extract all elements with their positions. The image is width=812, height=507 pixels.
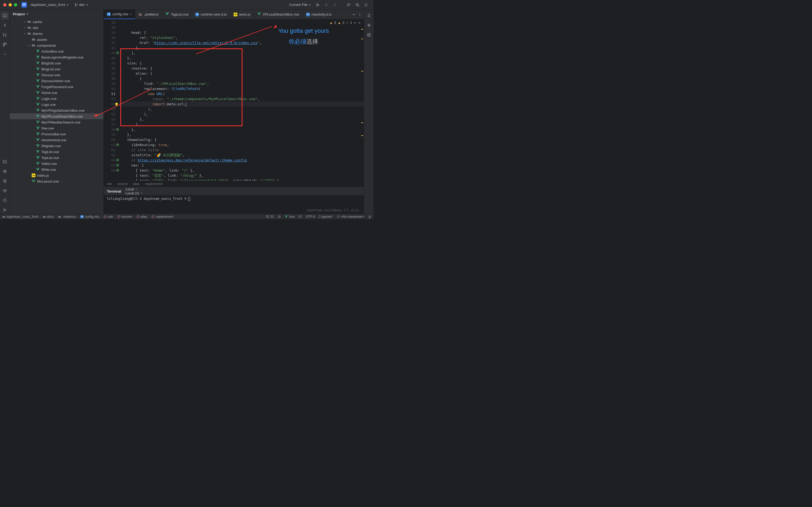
ai-assistant-button[interactable]	[365, 21, 373, 29]
chevron-down-icon[interactable]	[358, 21, 361, 24]
vcs-tool-button[interactable]	[1, 206, 9, 214]
tree-item-index-js[interactable]: JSindex.js	[10, 172, 103, 178]
editor-tab-axios.js[interactable]: JSaxios.js	[230, 10, 254, 19]
tree-item-MyVPAlgoliaSearchBox-vue[interactable]: MyVPAlgoliaSearchBox.vue	[10, 107, 103, 113]
tree-item-theme[interactable]: theme	[10, 31, 103, 37]
tree-item-cache[interactable]: cache	[10, 19, 103, 25]
status-line-col[interactable]: 51:31	[266, 215, 274, 219]
services-tool-button[interactable]	[1, 177, 9, 185]
tree-item-MvLavout-vue[interactable]: MvLavout.vue	[10, 178, 103, 184]
tree-item-ProcessBar-vue[interactable]: ProcessBar.vue	[10, 131, 103, 137]
editor-tab-VPLocalSearchBox.vue[interactable]: VPLocalSearchBox.vue	[254, 10, 303, 19]
tree-toggle[interactable]	[22, 26, 27, 29]
status-breadcrumb-item[interactable]: P resolve	[117, 215, 132, 219]
editor-tab-TagList.vue[interactable]: TagList.vue	[162, 10, 192, 19]
close-icon[interactable]: ×	[130, 12, 132, 16]
tree-item-Write-vue[interactable]: Write.vue	[10, 167, 103, 172]
terminal-tab[interactable]: Local (2) ×	[125, 191, 142, 195]
breadcrumb-item[interactable]: alias	[133, 182, 139, 186]
breadcrumb-item[interactable]: vite	[107, 182, 112, 186]
status-breadcrumb-item[interactable]: P vite	[104, 215, 113, 219]
status-breadcrumb-item[interactable]: docs	[43, 215, 54, 219]
breadcrumb-item[interactable]: resolve	[117, 182, 128, 186]
problems-tool-button[interactable]	[1, 196, 9, 204]
tree-item-recommend-vue[interactable]: recommend.vue	[10, 137, 103, 143]
terminal-tab[interactable]: Local ×	[125, 187, 142, 191]
close-icon[interactable]: ×	[135, 187, 137, 191]
tree-item-Logo-vue[interactable]: Logo.vue	[10, 102, 103, 107]
tree-item-MyVPMavBarSearch-vue[interactable]: MyVPMavBarSearch.vue	[10, 119, 103, 125]
status-line-ending[interactable]: LF	[298, 215, 302, 219]
editor-tab-runtime-core.d.ts[interactable]: TSruntime-core.d.ts	[192, 10, 230, 19]
status-sync-icon[interactable]	[278, 215, 281, 218]
tree-item-ActionBox-vue[interactable]: ActionBox.vue	[10, 48, 103, 54]
terminal-body[interactable]: lvliangliang@lll-2 daydream_oasis_front …	[104, 195, 364, 214]
tree-item-ForgetPassword-vue[interactable]: ForgetPassword.vue	[10, 84, 103, 90]
tree-item-MyVPLocalSearchBox-vue[interactable]: MyVPLocalSearchBox.vue	[10, 113, 103, 119]
pull-requests-tool-button[interactable]	[1, 31, 9, 39]
structure-tool-button[interactable]	[1, 41, 9, 48]
tree-item-DiscussAdmin-vue[interactable]: DiscussAdmin.vue	[10, 78, 103, 84]
status-breadcrumb-item[interactable]: .vitepress	[58, 215, 76, 219]
intention-bulb-icon[interactable]: 💡	[114, 102, 119, 107]
chevron-up-icon[interactable]	[354, 21, 356, 24]
run-tool-button[interactable]	[1, 187, 9, 194]
tree-toggle[interactable]	[22, 20, 27, 23]
tree-item-BaseLoginAndRegister-vue[interactable]: BaseLoginAndRegister.vue	[10, 54, 103, 60]
tree-item-Register-vue[interactable]: Register.vue	[10, 143, 103, 149]
tree-item-BlogInfo-vue[interactable]: BlogInfo.vue	[10, 60, 103, 66]
editor-tab-reactivity.d.ts[interactable]: TSreactivity.d.ts	[303, 10, 335, 19]
project-selector[interactable]: daydream_oasis_front	[28, 2, 71, 8]
status-interpreter[interactable]: <No interpreter>	[337, 215, 364, 219]
python-console-button[interactable]	[1, 168, 9, 175]
git-branch-selector[interactable]: dev	[71, 2, 91, 8]
status-breadcrumb-item[interactable]: TS config.mts	[80, 215, 99, 219]
editor-problems-indicator[interactable]: ▲5 ▲2 ✓2	[330, 21, 361, 25]
debug-button[interactable]	[322, 1, 331, 9]
more-tools-button[interactable]	[1, 51, 9, 58]
status-breadcrumb[interactable]: daydream_oasis_front› docs› .vitepress›T…	[2, 215, 266, 219]
commit-tool-button[interactable]	[1, 21, 9, 29]
terminal-tool-button[interactable]	[1, 158, 9, 165]
run-button[interactable]	[313, 1, 322, 9]
close-window-button[interactable]	[3, 3, 6, 6]
status-vue-badge[interactable]: Vue	[285, 215, 295, 219]
tree-item-Discuss-vue[interactable]: Discuss.vue	[10, 72, 103, 78]
tree-item-Login-vue[interactable]: Login.vue	[10, 96, 103, 102]
status-encoding[interactable]: UTF-8	[306, 215, 315, 219]
tree-toggle[interactable]	[22, 32, 27, 35]
status-breadcrumb-item[interactable]: daydream_oasis_front	[2, 215, 39, 219]
search-everywhere-button[interactable]	[353, 1, 362, 9]
database-tool-button[interactable]	[365, 31, 373, 39]
editor-breadcrumb[interactable]: vite›resolve›alias›replacement	[104, 180, 364, 187]
editor-tab-.prettierrc[interactable]: .prettierrc	[135, 10, 162, 19]
tree-item-TopList-vue[interactable]: TopList.vue	[10, 155, 103, 161]
project-tree[interactable]: cachedistthemeassetscomponentsActionBox.…	[10, 18, 103, 214]
code-with-me-button[interactable]	[345, 1, 353, 9]
tree-item-BlogList-vue[interactable]: BlogList.vue	[10, 66, 103, 72]
breadcrumb-item[interactable]: replacement	[145, 182, 163, 186]
tree-item-dist[interactable]: dist	[10, 25, 103, 31]
project-tool-button[interactable]	[1, 12, 9, 19]
tree-item-assets[interactable]: assets	[10, 37, 103, 43]
editor-tab-config.mts[interactable]: TSconfig.mts×	[104, 10, 135, 19]
more-actions-button[interactable]	[331, 1, 339, 9]
status-indent[interactable]: 2 spaces*	[319, 215, 333, 219]
status-breadcrumb-item[interactable]: P alias	[136, 215, 148, 219]
settings-button[interactable]	[362, 1, 370, 9]
tree-item-Nav-vue[interactable]: Nav.vue	[10, 125, 103, 131]
status-lock-icon[interactable]	[368, 215, 371, 218]
tree-item-Home-vue[interactable]: Home.vue	[10, 90, 103, 96]
run-config-selector[interactable]: Current File	[287, 2, 313, 8]
notifications-button[interactable]	[365, 12, 373, 19]
tree-item-components[interactable]: components	[10, 43, 103, 48]
tree-toggle[interactable]	[27, 44, 31, 47]
editor-body[interactable]: 1838394041424344454647484950515253545556…	[104, 19, 364, 180]
maximize-window-button[interactable]	[14, 3, 17, 6]
code-content[interactable]: head: [ rel: "stylesheet", href: "https:…	[119, 19, 364, 180]
close-icon[interactable]: ×	[141, 191, 143, 195]
kebab-icon[interactable]	[358, 13, 362, 16]
status-breadcrumb-item[interactable]: P replacement	[152, 215, 173, 219]
chevron-down-icon[interactable]	[353, 13, 355, 16]
editor-minimap[interactable]	[361, 19, 364, 180]
